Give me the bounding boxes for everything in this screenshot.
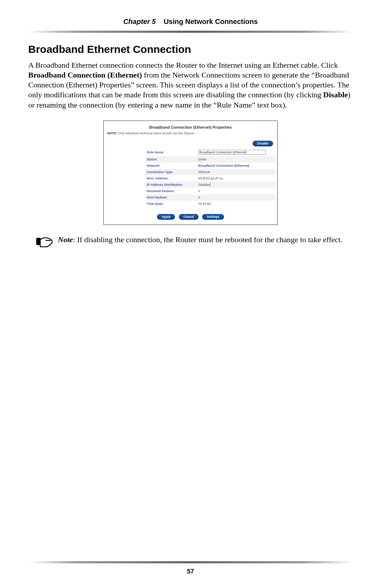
properties-panel: Broadband Connection (Ethernet) Properti… — [103, 121, 278, 225]
network-value[interactable]: Broadband Connection (Ethernet) — [198, 164, 249, 167]
row-status: Status: Down — [145, 156, 275, 163]
properties-table: Disable Rule Name: Status: Down Network:… — [145, 139, 275, 207]
disable-row: Disable — [145, 139, 275, 148]
row-rule-name: Rule Name: — [145, 148, 275, 156]
chapter-title: Using Network Connections — [164, 18, 258, 25]
para-bold-2: Disable — [323, 90, 348, 99]
row-time-span: Time Span: 70:10:59 — [145, 201, 275, 207]
status-label: Status: — [147, 158, 196, 161]
chapter-label: Chapter 5 — [123, 18, 156, 25]
row-sent-packets: Sent Packets: 0 — [145, 194, 275, 201]
mac-value: 00:0f:b3:a2:d7:ca — [198, 177, 223, 180]
panel-note: NOTE: Only advanced technical users shou… — [107, 131, 274, 135]
page-number: 57 — [0, 568, 381, 575]
received-packets-value: 0 — [198, 189, 200, 193]
cancel-button[interactable]: Cancel — [179, 214, 199, 220]
connection-type-value: Ethernet — [198, 170, 210, 174]
note-label: Note — [58, 235, 73, 244]
row-network: Network: Broadband Connection (Ethernet) — [145, 163, 275, 169]
time-span-label: Time Span: — [147, 202, 196, 206]
sent-packets-label: Sent Packets: — [147, 196, 196, 199]
row-connection-type: Connection Type: Ethernet — [145, 169, 275, 175]
para-bold-1: Broadband Connection (Ethernet) — [28, 71, 142, 79]
settings-button[interactable]: Settings — [202, 214, 224, 220]
rule-name-input[interactable] — [198, 150, 266, 155]
section-title: Broadband Ethernet Connection — [28, 43, 353, 55]
time-span-value: 70:10:59 — [198, 202, 211, 206]
note-block: Note: If disabling the connection, the R… — [35, 235, 346, 249]
status-value: Down — [198, 158, 206, 161]
pointing-hand-icon — [35, 235, 54, 249]
received-packets-label: Received Packets: — [147, 189, 196, 193]
connection-type-label: Connection Type: — [147, 170, 196, 174]
disable-button[interactable]: Disable — [253, 141, 273, 146]
apply-button[interactable]: Apply — [157, 214, 175, 220]
row-ip-distribution: IP Address Distribution: Disabled — [145, 182, 275, 188]
sent-packets-value: 0 — [198, 196, 200, 199]
mac-label: MAC Address: — [147, 177, 196, 180]
panel-note-prefix: NOTE: — [107, 131, 117, 135]
note-body: : If disabling the connection, the Route… — [73, 235, 343, 244]
page: Chapter 5 Using Network Connections Broa… — [0, 0, 381, 588]
rule-name-label: Rule Name: — [147, 151, 196, 154]
row-mac: MAC Address: 00:0f:b3:a2:d7:ca — [145, 175, 275, 182]
divider-bottom — [28, 561, 353, 563]
network-label: Network: — [147, 164, 196, 167]
panel-note-text: Only advanced technical users should use… — [117, 131, 195, 135]
ip-distribution-value: Disabled — [198, 183, 211, 186]
section-paragraph: A Broadband Ethernet connection connects… — [28, 60, 353, 110]
chapter-header: Chapter 5 Using Network Connections — [28, 18, 353, 26]
panel-title: Broadband Connection (Ethernet) Properti… — [106, 125, 275, 129]
panel-actions: Apply Cancel Settings — [106, 214, 275, 220]
para-a: A Broadband Ethernet connection connects… — [28, 61, 338, 69]
ip-distribution-label: IP Address Distribution: — [147, 183, 196, 186]
note-text: Note: If disabling the connection, the R… — [58, 235, 343, 245]
divider-top — [28, 31, 353, 33]
row-received-packets: Received Packets: 0 — [145, 188, 275, 194]
